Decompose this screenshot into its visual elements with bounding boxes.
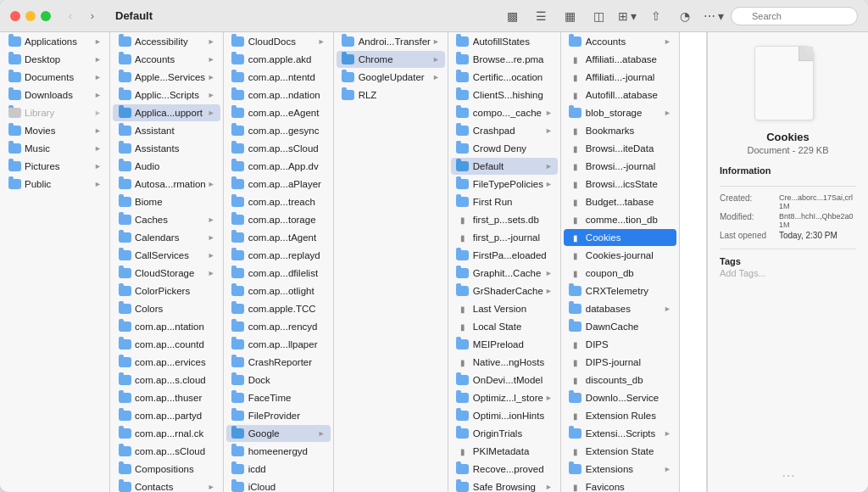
- list-item[interactable]: ▮ DIPS: [564, 336, 676, 353]
- list-item[interactable]: com.ap...rnal.ck: [113, 425, 220, 442]
- more-button[interactable]: ⋯ ▾: [702, 4, 726, 28]
- minimize-button[interactable]: [25, 11, 36, 21]
- list-item[interactable]: com.ap...otlight: [226, 282, 331, 299]
- list-item[interactable]: MEIPreload: [451, 336, 558, 353]
- list-item[interactable]: Library ►: [3, 104, 107, 121]
- list-item[interactable]: com.ap...eAgent: [226, 104, 331, 121]
- list-item[interactable]: Recove...proved: [451, 461, 558, 478]
- list-item[interactable]: FirstPa...eloaded: [451, 247, 558, 264]
- list-item[interactable]: ▮ Native...ngHosts: [451, 354, 558, 371]
- list-item[interactable]: ▮ Affiliati...-journal: [564, 69, 676, 86]
- tag-button[interactable]: ◔: [673, 4, 697, 28]
- list-item[interactable]: Desktop ►: [3, 51, 107, 68]
- list-view-button[interactable]: ☰: [529, 4, 553, 28]
- list-item[interactable]: ▮ Browsi...iteData: [564, 140, 676, 157]
- list-item[interactable]: com.ap...ntation: [113, 318, 220, 335]
- list-item[interactable]: ClientS...hishing: [451, 87, 558, 103]
- list-item[interactable]: Optimiz...l_store ►: [451, 389, 558, 406]
- list-item[interactable]: Browse...re.pma: [451, 51, 558, 68]
- list-item[interactable]: com.ap...replayd: [226, 247, 331, 264]
- search-input[interactable]: [731, 7, 858, 25]
- list-item[interactable]: First Run: [451, 193, 558, 210]
- list-item[interactable]: Applica...upport ►: [113, 104, 220, 121]
- list-item[interactable]: AutofillStates: [451, 33, 558, 50]
- group-button[interactable]: ⊞ ▾: [615, 4, 639, 28]
- list-item[interactable]: Calendars ►: [113, 229, 220, 246]
- list-item[interactable]: CloudStorage ►: [113, 265, 220, 282]
- list-item[interactable]: ▮ Browsi...-journal: [564, 158, 676, 175]
- list-item[interactable]: Optimi...ionHints: [451, 407, 558, 424]
- column-view-button[interactable]: ▦: [558, 4, 581, 28]
- list-item[interactable]: ▮ comme...tion_db: [564, 211, 676, 228]
- list-item[interactable]: Assistant: [113, 122, 220, 139]
- list-item[interactable]: ▮ Affiliati...atabase: [564, 51, 676, 68]
- list-item[interactable]: OnDevi...tModel: [451, 372, 558, 389]
- icon-view-button[interactable]: ▩: [500, 4, 524, 28]
- list-item[interactable]: Documents ►: [3, 69, 107, 86]
- list-item[interactable]: Downlo...Service: [564, 389, 676, 406]
- list-item[interactable]: com.ap...thuser: [113, 389, 220, 406]
- list-item[interactable]: FileTypePolicies ►: [451, 176, 558, 193]
- list-item[interactable]: ▮ Cookies-journal: [564, 247, 676, 264]
- list-item[interactable]: com.ap...s.cloud: [113, 372, 220, 389]
- list-item[interactable]: com.ap...rencyd: [226, 318, 331, 335]
- list-item[interactable]: ▮ Budget...tabase: [564, 193, 676, 210]
- list-item[interactable]: Accessibility ►: [113, 33, 220, 50]
- list-item[interactable]: CallServices ►: [113, 247, 220, 264]
- list-item[interactable]: Androi...Transfer ►: [337, 33, 445, 50]
- list-item[interactable]: com.ap...ntentd: [226, 69, 331, 86]
- list-item[interactable]: Downloads ►: [3, 87, 107, 103]
- list-item-default[interactable]: Default ►: [451, 158, 558, 175]
- list-item[interactable]: Colors: [113, 300, 220, 317]
- list-item[interactable]: com.ap...ervices: [113, 354, 220, 371]
- list-item[interactable]: com.ap...aPlayer: [226, 176, 331, 193]
- list-item[interactable]: com.ap...tAgent: [226, 229, 331, 246]
- list-item-local-state[interactable]: ▮ Local State: [451, 318, 558, 335]
- list-item[interactable]: ▮ Autofill...atabase: [564, 87, 676, 103]
- list-item[interactable]: com.ap...sCloud: [113, 443, 220, 460]
- list-item[interactable]: Compositions: [113, 461, 220, 478]
- list-item[interactable]: Google ►: [226, 425, 331, 442]
- list-item[interactable]: Public ►: [3, 176, 107, 193]
- list-item[interactable]: com.apple.TCC: [226, 300, 331, 317]
- list-item-chrome[interactable]: Chrome ►: [337, 51, 445, 68]
- list-item[interactable]: Applic...Scripts ►: [113, 87, 220, 103]
- forward-button[interactable]: ›: [83, 7, 102, 25]
- back-button[interactable]: ‹: [61, 7, 80, 25]
- list-item[interactable]: com.ap...treach: [226, 193, 331, 210]
- list-item-extension-state[interactable]: ▮ Extension State: [564, 443, 676, 460]
- list-item[interactable]: iCloud: [226, 478, 331, 492]
- list-item[interactable]: com.ap...ndation: [226, 87, 331, 103]
- list-item[interactable]: ▮ DIPS-journal: [564, 354, 676, 371]
- list-item[interactable]: Assistants: [113, 140, 220, 157]
- list-item[interactable]: Safe Browsing ►: [451, 478, 558, 492]
- list-item[interactable]: com.ap...partyd: [113, 407, 220, 424]
- list-item[interactable]: Crashpad ►: [451, 122, 558, 139]
- list-item[interactable]: databases ►: [564, 300, 676, 317]
- share-button[interactable]: ⇧: [644, 4, 668, 28]
- list-item[interactable]: Dock: [226, 372, 331, 389]
- list-item[interactable]: ▮ PKIMetadata: [451, 443, 558, 460]
- list-item[interactable]: Apple...Services ►: [113, 69, 220, 86]
- list-item[interactable]: FaceTime: [226, 389, 331, 406]
- list-item-cookies[interactable]: ▮ Cookies: [564, 229, 676, 246]
- list-item[interactable]: Extensions ►: [564, 461, 676, 478]
- close-button[interactable]: [10, 11, 20, 21]
- list-item[interactable]: ▮ Bookmarks: [564, 122, 676, 139]
- list-item[interactable]: com.ap...gesync: [226, 122, 331, 139]
- list-item[interactable]: Pictures ►: [3, 158, 107, 175]
- list-item[interactable]: Applications ►: [3, 33, 107, 50]
- list-item[interactable]: FileProvider: [226, 407, 331, 424]
- list-item[interactable]: com.ap...sCloud: [226, 140, 331, 157]
- list-item[interactable]: CloudDocs ►: [226, 33, 331, 50]
- list-item[interactable]: com.ap...torage: [226, 211, 331, 228]
- list-item[interactable]: homeenergyd: [226, 443, 331, 460]
- list-item[interactable]: Accounts ►: [113, 51, 220, 68]
- list-item[interactable]: ▮ Browsi...icsState: [564, 176, 676, 193]
- list-item[interactable]: ▮ first_p...-journal: [451, 229, 558, 246]
- list-item[interactable]: ▮ Favicons: [564, 478, 676, 492]
- list-item[interactable]: Music ►: [3, 140, 107, 157]
- list-item[interactable]: CrashReporter: [226, 354, 331, 371]
- list-item[interactable]: Movies ►: [3, 122, 107, 139]
- list-item[interactable]: blob_storage ►: [564, 104, 676, 121]
